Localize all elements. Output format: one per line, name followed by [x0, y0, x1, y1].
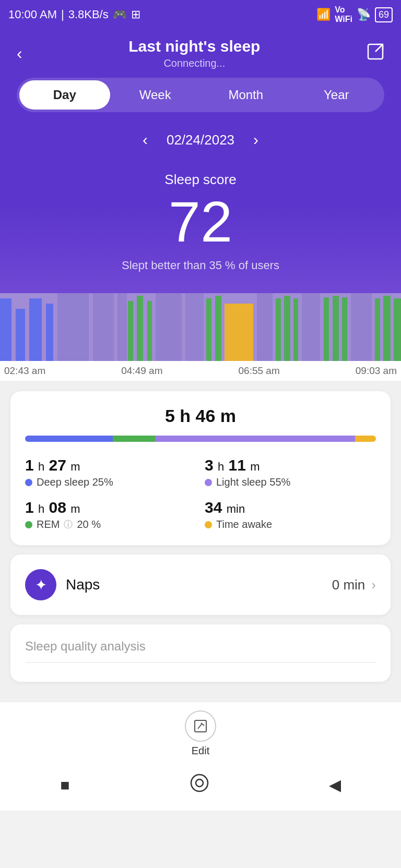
svg-line-1	[375, 44, 383, 52]
edit-label: Edit	[192, 745, 209, 757]
svg-rect-10	[128, 301, 133, 361]
deep-sleep-stat: 1 h 27 m Deep sleep 25%	[25, 456, 196, 488]
svg-rect-13	[156, 293, 182, 361]
naps-left: ✦ Naps	[25, 569, 100, 600]
svg-rect-26	[351, 293, 372, 361]
svg-point-33	[191, 775, 208, 791]
rem-sleep-dot	[25, 521, 32, 528]
svg-rect-4	[16, 309, 25, 361]
sleep-score-section: Sleep score 72 Slept better than 35 % of…	[13, 172, 388, 293]
naps-value: 0 min	[332, 577, 365, 593]
connection-status: Connecting...	[27, 57, 362, 69]
awake-label: Time awake	[205, 519, 376, 531]
naps-card[interactable]: ✦ Naps 0 min ›	[10, 554, 391, 615]
svg-rect-3	[0, 298, 11, 361]
back-button[interactable]: ‹	[13, 40, 27, 67]
analysis-title: Sleep quality analysis	[25, 639, 376, 654]
naps-icon: ✦	[25, 569, 56, 600]
tab-month[interactable]: Month	[200, 80, 291, 110]
svg-rect-18	[257, 293, 273, 361]
svg-rect-28	[383, 296, 391, 361]
chart-time-2: 04:49 am	[121, 365, 162, 377]
awake-bar	[355, 436, 376, 442]
svg-rect-8	[93, 293, 114, 361]
game-icon: 🎮	[113, 8, 127, 21]
tab-bar: Day Week Month Year	[17, 78, 384, 112]
status-right: 📶 VoWiFi 📡 69	[316, 5, 393, 24]
prev-date-button[interactable]: ‹	[138, 127, 152, 153]
light-sleep-stat: 3 h 11 m Light sleep 55%	[205, 456, 376, 488]
svg-rect-14	[185, 293, 204, 361]
deep-sleep-bar	[25, 436, 113, 442]
grid-icon: ⊞	[131, 8, 140, 21]
rem-sleep-stat: 1 h 08 m REM ⓘ 20 %	[25, 499, 196, 531]
tab-year[interactable]: Year	[291, 80, 382, 110]
light-sleep-dot	[205, 479, 212, 486]
system-nav-bar: ■ ◀	[0, 763, 401, 811]
svg-rect-17	[225, 304, 253, 361]
svg-rect-20	[284, 296, 290, 361]
svg-rect-11	[137, 296, 143, 361]
sparkle-icon: ✦	[35, 576, 47, 594]
rem-sleep-time: 1 h 08 m	[25, 499, 196, 516]
light-sleep-label: Light sleep 55%	[205, 476, 376, 488]
next-date-button[interactable]: ›	[249, 127, 263, 153]
svg-rect-27	[375, 298, 380, 361]
status-speed: 3.8KB/s	[68, 8, 109, 21]
purple-section: Day Week Month Year ‹ 02/24/2023 › Sleep…	[0, 78, 401, 293]
page-title: Last night's sleep	[27, 38, 362, 55]
app-header: ‹ Last night's sleep Connecting...	[0, 29, 401, 78]
svg-rect-24	[333, 296, 339, 361]
content-area: 5 h 46 m 1 h 27 m Deep sleep 25% 3	[0, 381, 401, 702]
deep-sleep-dot	[25, 479, 32, 486]
deep-sleep-time: 1 h 27 m	[25, 456, 196, 474]
svg-rect-19	[276, 298, 281, 361]
chart-time-labels: 02:43 am 04:49 am 06:55 am 09:03 am	[0, 361, 401, 381]
recent-apps-button[interactable]: ■	[60, 776, 69, 794]
sleep-quality-card: Sleep quality analysis	[10, 624, 391, 682]
sleep-stats-grid: 1 h 27 m Deep sleep 25% 3 h 11 m Light s…	[25, 456, 376, 531]
rem-sleep-bar	[113, 436, 155, 442]
sleep-total-duration: 5 h 46 m	[25, 406, 376, 426]
svg-line-31	[198, 724, 202, 729]
tab-week[interactable]: Week	[110, 80, 201, 110]
date-navigation: ‹ 02/24/2023 ›	[13, 127, 388, 153]
status-left: 10:00 AM | 3.8KB/s 🎮 ⊞	[8, 8, 140, 21]
chart-time-1: 02:43 am	[4, 365, 45, 377]
tab-day[interactable]: Day	[19, 80, 110, 110]
home-button[interactable]	[190, 774, 209, 796]
header-title-block: Last night's sleep Connecting...	[27, 38, 362, 69]
sleep-chart	[0, 293, 401, 361]
naps-label: Naps	[66, 576, 100, 593]
awake-stat: 34 min Time awake	[205, 499, 376, 531]
edit-button[interactable]	[185, 710, 216, 742]
svg-rect-21	[293, 298, 298, 361]
chart-time-3: 06:55 am	[239, 365, 280, 377]
svg-rect-5	[29, 298, 42, 361]
naps-chevron-icon: ›	[371, 577, 376, 593]
svg-rect-9	[117, 293, 127, 361]
sleep-bar	[25, 436, 376, 442]
status-network: |	[61, 8, 64, 21]
deep-sleep-label: Deep sleep 25%	[25, 476, 196, 488]
svg-rect-12	[147, 301, 152, 361]
svg-rect-15	[206, 298, 211, 361]
svg-rect-23	[324, 297, 329, 361]
sleep-score-number: 72	[13, 193, 388, 250]
chart-time-4: 09:03 am	[356, 365, 397, 377]
awake-dot	[205, 521, 212, 528]
svg-rect-7	[57, 293, 89, 361]
signal-icon: 📶	[316, 8, 331, 21]
svg-rect-25	[342, 297, 347, 361]
analysis-divider	[25, 662, 376, 663]
vowifi-icon: VoWiFi	[335, 5, 352, 24]
sleep-score-label: Sleep score	[13, 172, 388, 188]
status-time: 10:00 AM	[8, 8, 57, 21]
light-sleep-time: 3 h 11 m	[205, 456, 376, 474]
battery-indicator: 69	[375, 7, 393, 22]
export-button[interactable]	[362, 39, 388, 68]
sleep-score-comparison: Slept better than 35 % of users	[13, 259, 388, 272]
back-nav-button[interactable]: ◀	[329, 776, 341, 794]
sleep-duration-card: 5 h 46 m 1 h 27 m Deep sleep 25% 3	[10, 391, 391, 545]
svg-rect-16	[215, 296, 221, 361]
